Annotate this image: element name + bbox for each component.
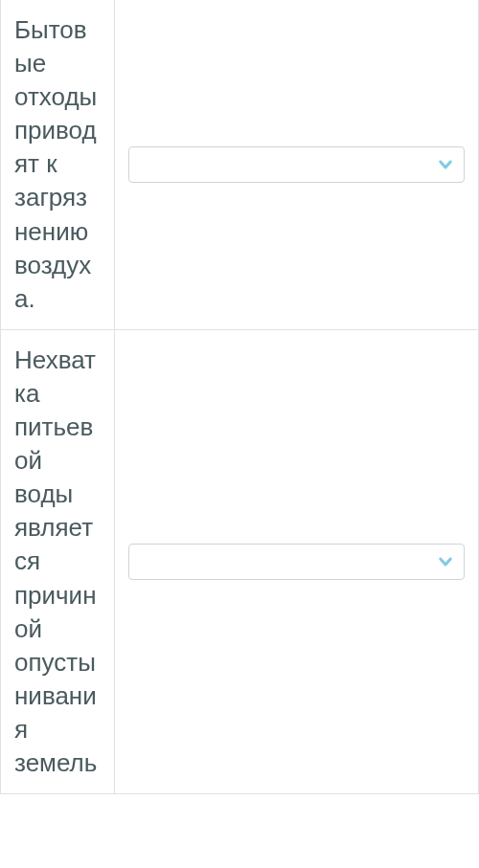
- row-label-cell: Бытовые отходы приводят к загрязнению во…: [0, 0, 115, 329]
- answer-select[interactable]: [128, 544, 465, 580]
- chevron-down-icon: [437, 156, 454, 173]
- row-label: Бытовые отходы приводят к загрязнению во…: [14, 13, 101, 316]
- row-label: Нехватка питьевой воды является причиной…: [14, 344, 101, 780]
- table-row: Бытовые отходы приводят к загрязнению во…: [0, 0, 479, 330]
- row-input-cell: [115, 0, 479, 329]
- table-row: Нехватка питьевой воды является причиной…: [0, 330, 479, 794]
- chevron-down-icon: [437, 553, 454, 570]
- row-label-cell: Нехватка питьевой воды является причиной…: [0, 330, 115, 793]
- question-table: Бытовые отходы приводят к загрязнению во…: [0, 0, 479, 794]
- row-input-cell: [115, 330, 479, 793]
- answer-select[interactable]: [128, 146, 465, 183]
